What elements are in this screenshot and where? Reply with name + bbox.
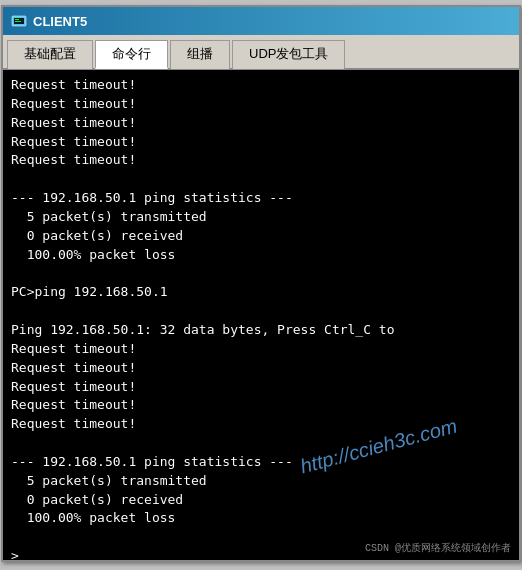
tab-bar: 基础配置 命令行 组播 UDP发包工具 [3,35,519,70]
window-title: CLIENT5 [33,14,87,29]
main-window: CLIENT5 基础配置 命令行 组播 UDP发包工具 Request time… [1,5,521,562]
window-icon [11,13,27,29]
terminal-text: Request timeout! Request timeout! Reques… [11,76,511,560]
tab-udp-tool[interactable]: UDP发包工具 [232,40,345,69]
tab-basic-config[interactable]: 基础配置 [7,40,93,69]
title-bar: CLIENT5 [3,7,519,35]
tab-multicast[interactable]: 组播 [170,40,230,69]
tab-command-line[interactable]: 命令行 [95,40,168,69]
terminal-output[interactable]: Request timeout! Request timeout! Reques… [3,70,519,560]
footer-text: CSDN @优质网络系统领域创作者 [365,542,511,556]
svg-rect-3 [15,21,21,22]
svg-rect-2 [15,19,19,20]
